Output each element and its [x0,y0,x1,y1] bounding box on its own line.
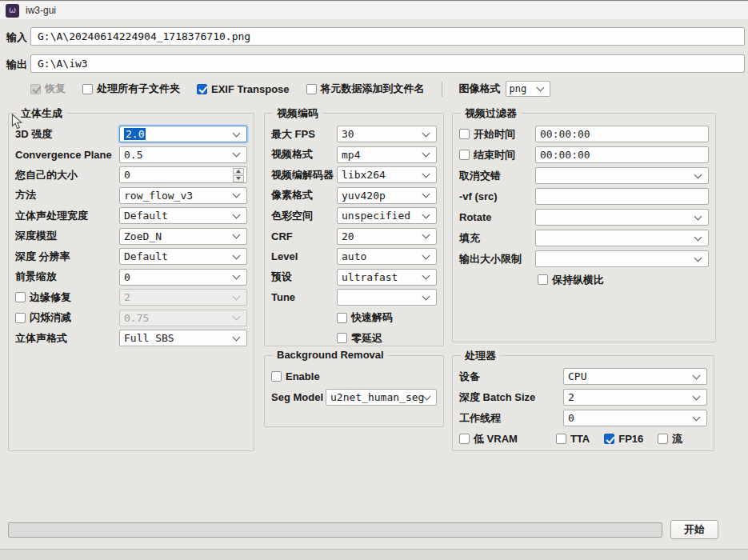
max-fps-combo[interactable]: 30 [337,126,437,142]
chevron-down-icon [233,292,241,300]
worker-threads-combo[interactable]: 0 [563,410,707,426]
device-combo[interactable]: CPU [563,368,707,385]
chevron-down-icon [694,233,702,241]
level-combo[interactable]: auto [337,248,437,265]
image-format-label: 图像格式 [459,82,501,96]
chevron-down-icon [694,212,702,220]
row-crf: CRF 20 [271,228,437,245]
row-zero-latency: 零延迟 [337,330,437,346]
depth-batch-size-combo[interactable]: 2 [563,389,707,406]
video-codec-combo[interactable]: libx264 [337,166,437,183]
row-video-format: 视频格式 mp4 [271,146,437,163]
flicker-reduction-combo: 0.75 [119,310,247,326]
window-title: iw3-gui [26,5,56,16]
deinterlace-combo[interactable] [535,167,709,184]
chevron-down-icon [233,333,241,341]
status-strip [0,549,748,560]
colorspace-combo[interactable]: unspecified [337,207,437,224]
row-seg-model: Seg Model u2net_human_seg [271,389,437,406]
pixel-format-combo[interactable]: yuv420p [337,187,437,204]
fp16-checkbox[interactable]: FP16 [604,433,643,445]
edge-fix-checkbox[interactable] [15,292,26,302]
fast-decode-checkbox[interactable] [337,313,347,323]
exif-transpose-checkbox[interactable]: EXIF Transpose [197,83,290,95]
row-rotate: Rotate [459,209,709,226]
enable-checkbox[interactable] [271,371,282,382]
spin-down-icon[interactable] [233,175,244,182]
chevron-down-icon [233,129,241,137]
stereo-format-combo[interactable]: Full SBS [119,330,247,346]
your-own-size-spinner[interactable]: 0 [119,166,247,183]
row-own-size: 您自己的大小 0 [15,166,247,183]
zero-latency-checkbox[interactable] [337,333,347,343]
mouse-cursor-icon [11,114,22,130]
row-method: 方法 row_flow_v3 [15,187,247,204]
spinner-buttons[interactable] [233,168,244,182]
chevron-down-icon [233,210,241,218]
crf-combo[interactable]: 20 [337,228,437,245]
end-time-input[interactable]: 00:00:00 [535,146,709,163]
spin-up-icon[interactable] [233,168,244,175]
tta-checkbox[interactable]: TTA [556,433,590,445]
row-depth-model: 深度模型 ZoeD_N [15,228,247,245]
bg-removal-panel: Background Removal Enable Seg Model u2ne… [264,355,444,427]
tune-combo[interactable] [337,289,437,306]
flicker-reduction-checkbox[interactable] [15,313,26,323]
chevron-down-icon [233,272,241,280]
stereo-width-combo[interactable]: Default [119,207,247,224]
filters-panel-title: 视频过滤器 [461,106,521,121]
encoding-panel-title: 视频编码 [273,106,322,121]
divider [442,82,442,97]
chevron-down-icon [423,392,431,400]
row-worker-threads: 工作线程 0 [459,410,707,426]
video-format-combo[interactable]: mp4 [337,146,437,163]
convergence-plane-combo[interactable]: 0.5 [119,146,247,163]
row-pad: 填充 [459,230,709,246]
row-max-fps: 最大 FPS 30 [271,126,437,142]
chevron-down-icon [422,272,430,280]
keep-aspect-checkbox[interactable] [538,274,548,285]
vf-src-input[interactable] [535,188,709,205]
row-vf-src: -vf (src) [459,188,709,205]
app-window: ω iw3-gui 输入 G:\A\20240614224904_1718376… [0,0,748,560]
add-metadata-checkbox[interactable]: 将元数据添加到文件名 [306,82,425,96]
row-max-output-size: 输出大小限制 [459,250,709,267]
row-stereo-width: 立体声处理宽度 Default [15,207,247,224]
row-batch-size: 深度 Batch Size 2 [459,389,707,406]
start-time-checkbox[interactable] [459,129,470,139]
image-format-select[interactable]: png [506,81,550,97]
3d-strength-combo[interactable]: 2.0 [119,126,247,142]
app-icon: ω [6,4,19,18]
input-path-field[interactable]: G:\A\20240614224904_1718376710.png [30,27,745,46]
max-output-size-combo[interactable] [535,250,709,267]
output-path-field[interactable]: G:\A\iw3 [30,54,745,73]
title-bar: ω iw3-gui [0,2,748,19]
chevron-down-icon [693,392,701,400]
chevron-down-icon [233,150,241,158]
row-stereo-format: 立体声格式 Full SBS [15,330,247,346]
subfolders-checkbox[interactable]: 处理所有子文件夹 [82,82,180,96]
depth-resolution-combo[interactable]: Default [119,248,247,265]
end-time-checkbox[interactable] [459,150,470,160]
chevron-down-icon [536,84,544,92]
preset-combo[interactable]: ultrafast [337,269,437,286]
chevron-down-icon [694,170,702,178]
seg-model-combo[interactable]: u2net_human_seg [326,389,437,406]
chevron-down-icon [693,413,701,421]
row-end-time: 结束时间 00:00:00 [459,146,709,163]
low-vram-checkbox[interactable]: 低 VRAM [459,432,518,446]
method-combo[interactable]: row_flow_v3 [119,187,247,204]
row-pixel-format: 像素格式 yuv420p [271,187,437,204]
row-flicker: 闪烁消减 0.75 [15,310,247,326]
stream-checkbox[interactable]: 流 [658,432,682,446]
start-time-input[interactable]: 00:00:00 [535,126,709,142]
foreground-scale-combo[interactable]: 0 [119,269,247,286]
stereo-panel: 立体生成 3D 强度 2.0 Convergence Plane 0.5 您自己… [8,113,254,451]
start-button[interactable]: 开始 [670,520,718,539]
depth-model-combo[interactable]: ZoeD_N [119,228,247,245]
chevron-down-icon [233,231,241,239]
edge-fix-combo: 2 [119,289,247,306]
rotate-combo[interactable] [535,209,709,226]
row-preset: 预设 ultrafast [271,269,437,286]
pad-combo[interactable] [535,230,709,246]
